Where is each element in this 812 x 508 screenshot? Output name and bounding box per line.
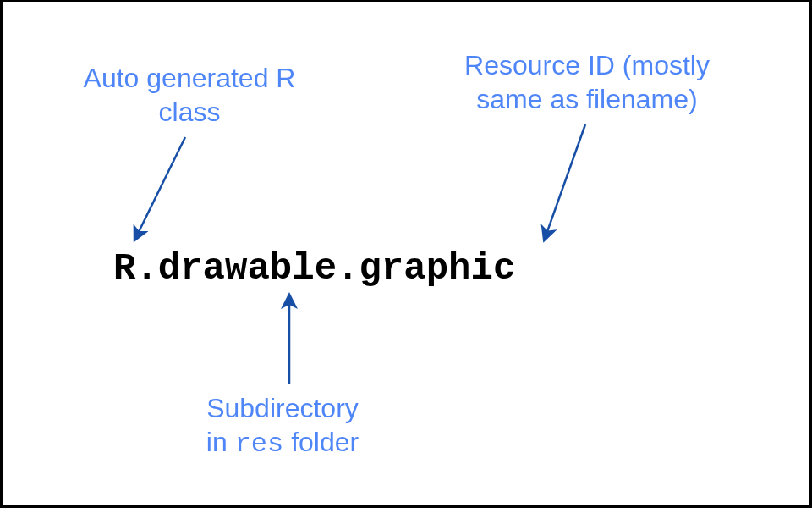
annotation-subdir-line2-suffix: folder [283,427,359,457]
annotation-r-class-line1: Auto generated R [84,63,296,93]
code-sep1: . [135,247,157,290]
code-sep2: . [337,247,359,290]
code-expression: R.drawable.graphic [113,247,515,290]
annotation-resource-id-line1: Resource ID (mostly [464,50,710,80]
code-drawable: drawable [158,247,337,290]
annotation-subdir-line1: Subdirectory [206,393,359,423]
code-graphic: graphic [359,247,515,290]
annotation-r-class-line2: class [159,97,221,127]
annotation-resource-id: Resource ID (mostly same as filename) [426,48,748,116]
arrow-resource-id [545,124,585,239]
arrow-r-class [135,137,185,239]
code-r: R [113,247,135,290]
diagram-frame: Auto generated R class Resource ID (most… [0,0,812,508]
annotation-subdirectory: Subdirectory in res folder [156,391,409,461]
annotation-subdir-line2-code: res [235,428,284,460]
annotation-subdir-line2-prefix: in [206,427,235,457]
annotation-resource-id-line2: same as filename) [476,84,697,114]
annotation-r-class: Auto generated R class [54,61,325,129]
